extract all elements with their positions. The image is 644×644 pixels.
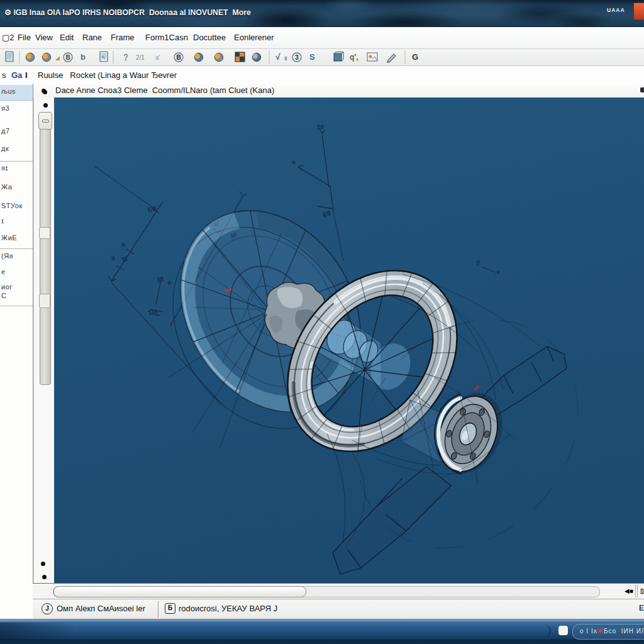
svg-text:q′,: q′, bbox=[350, 53, 358, 62]
svg-text:2/1: 2/1 bbox=[136, 54, 145, 61]
svg-text:2e: 2e bbox=[316, 122, 325, 131]
svg-text:а′: а′ bbox=[155, 54, 160, 61]
svg-text:B: B bbox=[176, 54, 180, 61]
svg-text:✎: ✎ bbox=[101, 55, 106, 61]
svg-text:G: G bbox=[412, 52, 418, 62]
svg-text:S: S bbox=[309, 52, 315, 62]
svg-text:B: B bbox=[65, 54, 70, 61]
svg-text:▮: ▮ bbox=[284, 55, 287, 61]
svg-text:b: b bbox=[80, 52, 86, 62]
svg-text:√: √ bbox=[275, 52, 280, 62]
svg-text:3: 3 bbox=[295, 54, 299, 61]
svg-text:◢: ◢ bbox=[55, 55, 60, 61]
svg-text:﹖: ﹖ bbox=[122, 52, 130, 62]
svg-text:TH: TH bbox=[147, 308, 158, 317]
svg-text:69: 69 bbox=[322, 209, 331, 218]
